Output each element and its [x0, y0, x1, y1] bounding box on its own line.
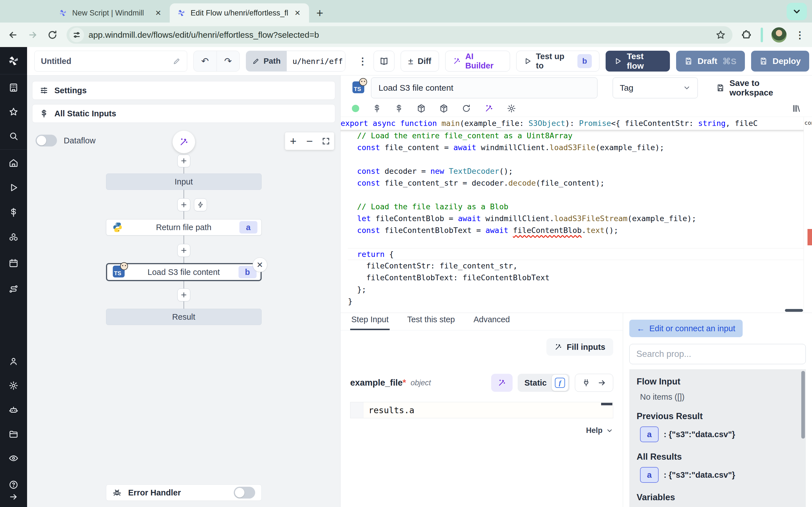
resources-dollar-icon[interactable]: [395, 104, 403, 113]
fx-mode-button[interactable]: f: [552, 375, 568, 391]
favorites-star-icon[interactable]: [4, 103, 22, 121]
schedules-calendar-icon[interactable]: [4, 255, 22, 272]
collapse-arrow-icon[interactable]: [4, 491, 22, 503]
tab-test-this-step[interactable]: Test this step: [406, 315, 456, 330]
trigger-bolt-button[interactable]: [194, 198, 207, 211]
add-step-button[interactable]: [177, 198, 190, 211]
static-toggle-group[interactable]: Static f: [518, 374, 570, 392]
folders-icon[interactable]: [4, 425, 22, 443]
browser-tab-new-script[interactable]: New Script | Windmill ✕: [51, 3, 170, 22]
browser-menu-icon[interactable]: ⋮: [795, 29, 805, 41]
ai-fill-button[interactable]: [491, 374, 513, 392]
users-icon[interactable]: [4, 353, 22, 370]
new-tab-button[interactable]: +: [316, 7, 323, 19]
dataflow-toggle[interactable]: [36, 135, 57, 147]
browser-tab-edit-flow[interactable]: Edit Flow u/henri/effortless_fl ✕: [170, 3, 309, 22]
resources-boxes-icon[interactable]: [4, 228, 22, 246]
ai-builder-button[interactable]: AI Builder: [445, 51, 510, 71]
prop-picker-scrollbar[interactable]: [801, 371, 805, 439]
error-handler-toggle[interactable]: [234, 487, 255, 499]
code-minimap[interactable]: con: [804, 117, 812, 313]
variables-dollar-icon[interactable]: [373, 104, 381, 113]
package-icon[interactable]: [439, 104, 448, 113]
fill-inputs-button[interactable]: Fill inputs: [546, 338, 613, 356]
redo-button[interactable]: ↷: [216, 51, 239, 71]
site-settings-icon[interactable]: [69, 27, 84, 42]
result-row[interactable]: a: {"s3":"data.csv"}: [640, 467, 799, 483]
url-text[interactable]: app.windmill.dev/flows/edit/u/henri/effo…: [89, 30, 711, 40]
fullscreen-button[interactable]: [318, 132, 334, 150]
edit-or-connect-button[interactable]: ← Edit or connect an input: [629, 320, 743, 337]
url-pill[interactable]: app.windmill.dev/flows/edit/u/henri/effo…: [66, 26, 732, 44]
error-handler-card[interactable]: Error Handler: [106, 485, 262, 501]
edit-pencil-icon[interactable]: [173, 57, 181, 65]
tab-advanced[interactable]: Advanced: [472, 315, 511, 330]
deploy-button[interactable]: Deploy: [751, 51, 809, 71]
tab-search-button[interactable]: [786, 3, 807, 20]
routes-icon[interactable]: [4, 280, 22, 298]
step-name-input[interactable]: Load S3 file content: [371, 77, 598, 98]
bookmark-star-icon[interactable]: [716, 30, 726, 40]
flow-title-input[interactable]: Untitled: [35, 51, 187, 71]
zoom-out-button[interactable]: −: [301, 132, 318, 150]
extensions-icon[interactable]: [741, 29, 752, 41]
step-node-b-selected[interactable]: TS Load S3 file content b ✕: [106, 263, 262, 281]
back-icon[interactable]: [7, 29, 18, 41]
all-static-inputs-row[interactable]: All Static Inputs: [32, 104, 335, 123]
docs-book-button[interactable]: [373, 51, 394, 71]
tab-close-icon[interactable]: ✕: [154, 9, 162, 17]
profile-avatar[interactable]: [771, 27, 786, 43]
draft-button[interactable]: Draft ⌘S: [676, 51, 745, 71]
test-up-to-button[interactable]: Test up to b: [516, 51, 599, 71]
path-label-segment[interactable]: Path: [246, 51, 287, 71]
zoom-in-button[interactable]: +: [285, 132, 301, 150]
code-editor[interactable]: export async function main(example_file:…: [341, 117, 812, 313]
help-icon[interactable]: [4, 478, 22, 491]
runs-play-icon[interactable]: [4, 179, 22, 196]
reset-refresh-icon[interactable]: [462, 104, 471, 113]
ai-flow-wand-button[interactable]: [172, 131, 195, 153]
help-row[interactable]: Help: [350, 426, 613, 435]
tab-step-input[interactable]: Step Input: [350, 315, 390, 330]
workspace-icon[interactable]: [4, 79, 22, 96]
package-icon[interactable]: [417, 104, 426, 113]
add-step-button[interactable]: [177, 154, 190, 167]
result-badge[interactable]: a: [640, 467, 659, 483]
audit-eye-icon[interactable]: [4, 450, 22, 467]
undo-button[interactable]: ↶: [194, 51, 216, 71]
more-options-icon[interactable]: ⋮: [358, 55, 367, 67]
input-node[interactable]: Input: [106, 173, 262, 190]
path-control[interactable]: Path u/henri/eff: [246, 51, 346, 71]
result-row[interactable]: a: {"s3":"data.csv"}: [640, 427, 799, 442]
arrow-right-icon[interactable]: [598, 379, 606, 387]
save-to-workspace-button[interactable]: Save to workspace: [716, 78, 801, 98]
add-step-button[interactable]: [177, 244, 190, 257]
tag-select[interactable]: Tag: [613, 77, 698, 98]
step-node-a[interactable]: Return file path a: [106, 219, 262, 235]
ai-wand-icon[interactable]: [485, 104, 493, 113]
path-value[interactable]: u/henri/eff: [287, 51, 345, 71]
result-badge[interactable]: a: [640, 427, 659, 442]
reload-icon[interactable]: [47, 29, 58, 41]
settings-gear-icon[interactable]: [4, 377, 22, 394]
remove-step-button[interactable]: ✕: [253, 258, 267, 272]
plug-icon[interactable]: [582, 379, 591, 387]
editor-settings-gear-icon[interactable]: [507, 104, 516, 113]
result-node[interactable]: Result: [106, 309, 262, 325]
home-icon[interactable]: [4, 154, 22, 172]
expression-value[interactable]: results.a: [363, 402, 613, 418]
forward-icon[interactable]: [27, 29, 38, 41]
tab-close-icon[interactable]: ✕: [293, 9, 302, 17]
variables-dollar-icon[interactable]: [4, 204, 22, 221]
flow-settings-row[interactable]: Settings: [32, 81, 335, 100]
search-icon[interactable]: [4, 127, 22, 145]
test-flow-button[interactable]: Test flow: [606, 51, 670, 71]
expression-input[interactable]: results.a: [350, 402, 613, 418]
add-step-button[interactable]: [177, 288, 190, 301]
library-panel-icon[interactable]: [792, 104, 801, 113]
horizontal-scrollbar[interactable]: [785, 309, 803, 312]
windmill-logo[interactable]: [4, 52, 22, 69]
workers-bot-icon[interactable]: [4, 401, 22, 418]
search-prop-input[interactable]: [629, 344, 806, 364]
diff-button[interactable]: ± Diff: [401, 51, 439, 71]
